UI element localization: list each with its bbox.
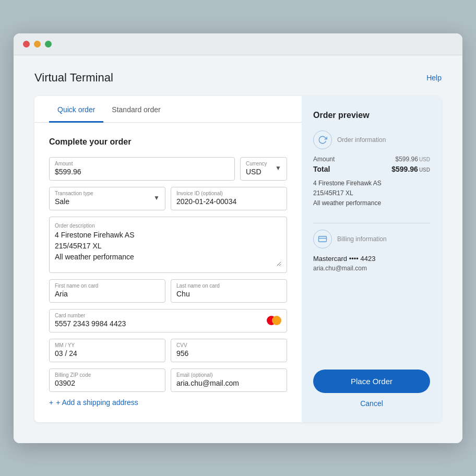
expiry-cvv-row: MM / YY CVV	[49, 339, 287, 362]
transaction-chevron-icon[interactable]: ▼	[153, 194, 160, 201]
app-header: Virtual Terminal Help	[34, 71, 442, 85]
tab-quick-order[interactable]: Quick order	[49, 96, 103, 123]
card-number-row: Card number	[49, 309, 287, 332]
refresh-icon	[318, 135, 327, 145]
invoice-field: Invoice ID (optional)	[171, 187, 287, 210]
billing-email: aria.chu@mail.com	[313, 265, 430, 272]
mastercard-icon	[267, 316, 281, 325]
last-name-input[interactable]	[176, 290, 281, 298]
billing-section-label: Billing information	[337, 235, 387, 243]
last-name-field: Last name on card	[171, 279, 287, 303]
description-field: Order description 4 Firestone Firehawk A…	[49, 217, 287, 273]
tab-standard-order[interactable]: Standard order	[103, 96, 169, 123]
expiry-label: MM / YY	[55, 342, 160, 348]
amount-preview-label: Amount	[313, 156, 335, 163]
description-input[interactable]: 4 Firestone Firehawk AS 215/45R17 XL All…	[55, 230, 281, 266]
transaction-value: Sale	[55, 197, 93, 206]
right-panel: Order preview Order information	[302, 96, 442, 422]
first-name-label: First name on card	[55, 283, 160, 289]
email-label: Email (optional)	[176, 372, 281, 378]
zip-input[interactable]	[55, 379, 160, 387]
amount-label: Amount	[55, 161, 229, 166]
cvv-input[interactable]	[176, 349, 281, 358]
preview-rows: Amount $599.96USD Total $599.96USD	[313, 156, 430, 209]
description-label: Order description	[55, 223, 95, 229]
order-info-section: Order information Amount $599.96USD Tota…	[313, 130, 430, 209]
app-content: Virtual Terminal Help Quick order Standa…	[14, 55, 462, 443]
add-shipping-link[interactable]: + + Add a shipping address	[49, 398, 287, 407]
zip-label: Billing ZIP code	[55, 372, 160, 378]
preview-title: Order preview	[313, 111, 430, 120]
maximize-dot[interactable]	[45, 41, 52, 47]
close-dot[interactable]	[23, 41, 30, 47]
invoice-input[interactable]	[176, 197, 281, 206]
zip-email-row: Billing ZIP code Email (optional)	[49, 368, 287, 392]
cvv-field: CVV	[171, 339, 287, 362]
card-number-label: Card number	[55, 313, 281, 318]
form-area: Complete your order Amount Currency USD	[34, 137, 302, 407]
form-title: Complete your order	[49, 137, 287, 147]
shipping-label: + Add a shipping address	[56, 398, 138, 407]
invoice-label: Invoice ID (optional)	[176, 191, 281, 196]
expiry-input[interactable]	[55, 349, 160, 358]
first-name-input[interactable]	[55, 290, 160, 298]
billing-info-section: Billing information Mastercard •••• 4423…	[313, 230, 430, 272]
order-section-label: Order information	[337, 136, 386, 144]
amount-preview-row: Amount $599.96USD	[313, 156, 430, 163]
preview-divider	[313, 223, 430, 223]
email-input[interactable]	[176, 379, 281, 387]
help-link[interactable]: Help	[426, 74, 442, 82]
total-preview-label: Total	[313, 165, 330, 173]
minimize-dot[interactable]	[34, 41, 41, 47]
billing-icon	[313, 230, 332, 248]
expiry-field: MM / YY	[49, 339, 165, 362]
cancel-button[interactable]: Cancel	[313, 399, 430, 408]
title-bar	[14, 33, 462, 55]
currency-field: Currency USD ▼	[240, 157, 287, 181]
page-title: Virtual Terminal	[34, 71, 113, 85]
total-preview-row: Total $599.96USD	[313, 165, 430, 173]
total-preview-value: $599.96USD	[391, 165, 430, 173]
transaction-label: Transaction type	[55, 191, 93, 196]
card-icon-svg	[318, 234, 327, 244]
card-info: Mastercard •••• 4423	[313, 255, 430, 263]
amount-field: Amount	[49, 157, 235, 181]
card-number-input[interactable]	[55, 319, 281, 328]
plus-icon: +	[49, 398, 53, 407]
card-number-field: Card number	[49, 309, 287, 332]
currency-chevron-icon[interactable]: ▼	[275, 164, 281, 172]
amount-preview-value: $599.96USD	[395, 156, 430, 163]
currency-value: USD	[246, 168, 275, 176]
amount-row: Amount Currency USD ▼	[49, 157, 287, 181]
zip-field: Billing ZIP code	[49, 368, 165, 392]
currency-label: Currency	[246, 161, 275, 166]
name-row: First name on card Last name on card	[49, 279, 287, 303]
transaction-field: Transaction type Sale ▼	[49, 187, 165, 210]
cvv-label: CVV	[176, 342, 281, 348]
order-info-icon	[313, 130, 332, 149]
main-card: Quick order Standard order Complete your…	[34, 96, 442, 422]
description-preview: 4 Firestone Firehawk AS 215/45R17 XL All…	[313, 178, 430, 209]
first-name-field: First name on card	[49, 279, 165, 303]
tabs-container: Quick order Standard order	[34, 96, 302, 123]
svg-rect-0	[319, 236, 327, 242]
left-panel: Quick order Standard order Complete your…	[34, 96, 302, 422]
last-name-label: Last name on card	[176, 283, 281, 289]
email-field: Email (optional)	[171, 368, 287, 392]
transaction-row: Transaction type Sale ▼ Invoice ID (opti…	[49, 187, 287, 210]
place-order-button[interactable]: Place Order	[313, 370, 430, 393]
amount-input[interactable]	[55, 168, 229, 176]
browser-window: Virtual Terminal Help Quick order Standa…	[14, 33, 462, 443]
